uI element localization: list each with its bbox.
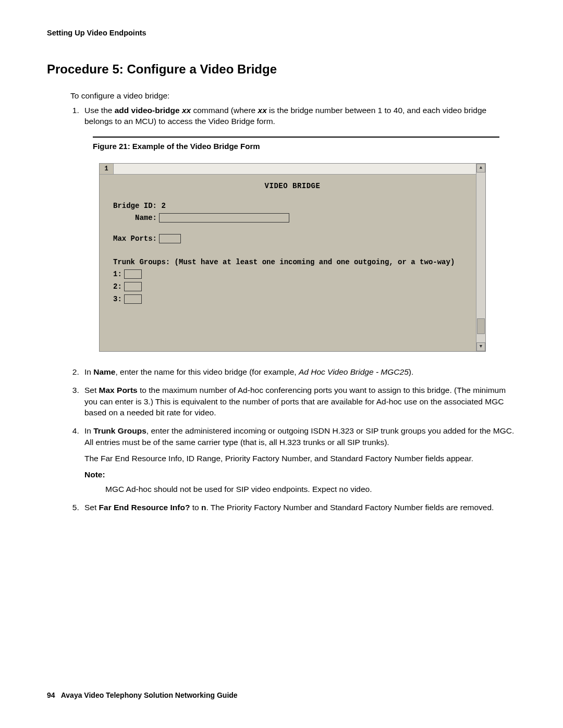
scroll-track[interactable] — [476, 172, 485, 342]
step1-mid: command (where — [191, 106, 258, 115]
step4-p1: , enter the administered incoming or out… — [84, 426, 514, 446]
running-header: Setting Up Video Endpoints — [47, 29, 516, 37]
name-input[interactable] — [159, 213, 289, 223]
note-label: Note: — [84, 470, 105, 479]
scroll-up-icon[interactable]: ▲ — [476, 164, 485, 172]
step-2: In Name, enter the name for this video b… — [81, 366, 516, 377]
tg2-input[interactable] — [124, 282, 142, 291]
step2-pre: In — [84, 367, 93, 376]
steps-list-cont: In Name, enter the name for this video b… — [81, 366, 516, 513]
max-ports-label: Max Ports: — [113, 235, 157, 243]
page-number: 94 — [47, 691, 55, 699]
note-body: MGC Ad-hoc should not be used for SIP vi… — [105, 484, 516, 495]
step2-mid2: ). — [409, 367, 413, 376]
name-label: Name: — [113, 214, 157, 222]
step5-post: . The Priority Factory Number and Standa… — [206, 503, 494, 512]
bridge-id-value: 2 — [161, 202, 165, 210]
step4-p2: The Far End Resource Info, ID Range, Pri… — [84, 453, 516, 464]
step3-b: Max Ports — [99, 386, 138, 394]
tg1-label: 1: — [113, 270, 122, 278]
scroll-down-icon[interactable]: ▼ — [476, 342, 485, 351]
video-bridge-form: 1 VIDEO BRIDGE Bridge ID: 2 Name: Max Po… — [99, 163, 486, 352]
step4-pre: In — [84, 426, 93, 435]
figure-caption: Figure 21: Example of the Video Bridge F… — [93, 142, 516, 151]
step4-b: Trunk Groups — [93, 426, 146, 435]
step1-pre: Use the — [84, 106, 115, 115]
scroll-thumb[interactable] — [477, 318, 485, 334]
tg2-label: 2: — [113, 282, 122, 291]
intro-text: To configure a video bridge: — [70, 91, 516, 101]
step2-b: Name — [93, 367, 115, 376]
step5-pre: Set — [84, 503, 99, 512]
procedure-title: Procedure 5: Configure a Video Bridge — [47, 62, 516, 77]
steps-list: Use the add video-bridge xx command (whe… — [81, 105, 516, 127]
trunk-groups-label: Trunk Groups: (Must have at least one in… — [113, 258, 455, 266]
step3-post: to the maximum number of Ad-hoc conferen… — [84, 386, 506, 417]
step2-mid1: , enter the name for this video bridge (… — [115, 367, 299, 376]
step3-pre: Set — [84, 386, 99, 394]
step-3: Set Max Ports to the maximum number of A… — [81, 385, 516, 418]
figure-rule — [93, 137, 499, 138]
page-footer: 94 Avaya Video Telephony Solution Networ… — [47, 691, 238, 699]
step1-arg2: xx — [258, 106, 267, 115]
terminal-tab-1[interactable]: 1 — [100, 164, 114, 174]
tg3-input[interactable] — [124, 294, 142, 304]
terminal-title: VIDEO BRIDGE — [113, 182, 472, 190]
terminal-scrollbar[interactable]: ▲ ▼ — [476, 164, 485, 351]
step2-ex: Ad Hoc Video Bridge - MGC25 — [299, 367, 409, 376]
tg3-label: 3: — [113, 295, 122, 303]
step1-arg1: xx — [182, 106, 191, 115]
tg1-input[interactable] — [124, 269, 142, 279]
step5-mid: to — [190, 503, 201, 512]
max-ports-input[interactable] — [159, 234, 181, 243]
terminal-tabbar: 1 — [100, 164, 485, 175]
terminal-body: VIDEO BRIDGE Bridge ID: 2 Name: Max Port… — [100, 175, 485, 312]
step-5: Set Far End Resource Info? to n. The Pri… — [81, 502, 516, 513]
step5-b: Far End Resource Info? — [99, 503, 190, 512]
footer-title: Avaya Video Telephony Solution Networkin… — [61, 691, 238, 699]
page-container: Setting Up Video Endpoints Procedure 5: … — [0, 0, 563, 728]
bridge-id-label: Bridge ID: — [113, 202, 161, 210]
step1-cmd: add video-bridge — [115, 106, 182, 115]
step-4: In Trunk Groups, enter the administered … — [81, 425, 516, 495]
step-1: Use the add video-bridge xx command (whe… — [81, 105, 516, 127]
